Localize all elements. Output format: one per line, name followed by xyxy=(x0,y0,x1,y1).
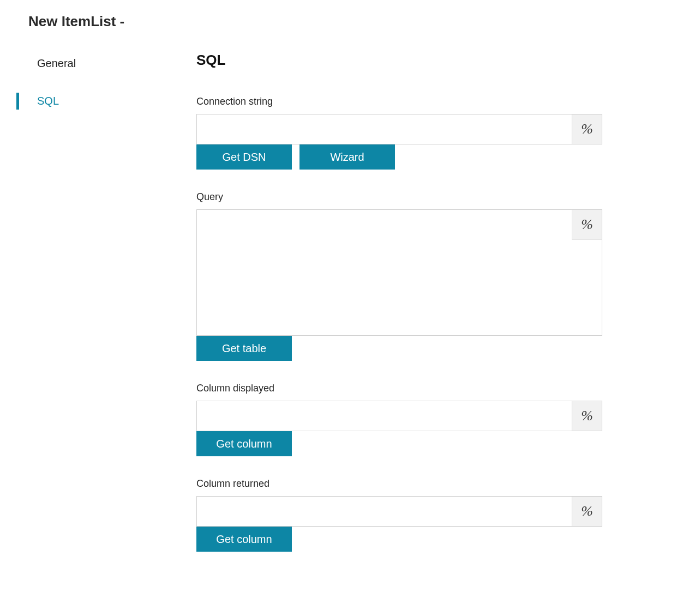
column-returned-label: Column returned xyxy=(196,478,602,490)
sidebar-item-general[interactable]: General xyxy=(16,51,196,76)
percent-icon[interactable]: % xyxy=(572,114,602,144)
section-title: SQL xyxy=(196,52,602,69)
connection-string-input[interactable] xyxy=(196,114,572,144)
sidebar-item-label: General xyxy=(37,57,76,69)
wizard-button[interactable]: Wizard xyxy=(299,144,395,170)
sidebar: General SQL xyxy=(0,51,196,126)
sidebar-item-label: SQL xyxy=(37,95,59,107)
sidebar-item-sql[interactable]: SQL xyxy=(16,88,196,114)
query-label: Query xyxy=(196,191,602,203)
get-column-returned-button[interactable]: Get column xyxy=(196,527,292,552)
percent-icon[interactable]: % xyxy=(572,496,602,527)
get-dsn-button[interactable]: Get DSN xyxy=(196,144,292,170)
query-input[interactable] xyxy=(196,209,602,336)
field-column-displayed: Column displayed % Get column xyxy=(196,383,602,456)
get-column-displayed-button[interactable]: Get column xyxy=(196,431,292,456)
column-returned-input[interactable] xyxy=(196,496,572,527)
connection-string-label: Connection string xyxy=(196,96,602,107)
column-displayed-label: Column displayed xyxy=(196,383,602,394)
percent-icon[interactable]: % xyxy=(572,209,602,240)
percent-icon[interactable]: % xyxy=(572,401,602,431)
get-table-button[interactable]: Get table xyxy=(196,336,292,361)
column-displayed-input[interactable] xyxy=(196,401,572,431)
main-panel: SQL Connection string % Get DSN Wizard Q… xyxy=(196,51,695,567)
field-connection-string: Connection string % Get DSN Wizard xyxy=(196,96,602,170)
field-column-returned: Column returned % Get column xyxy=(196,478,602,552)
page-title: New ItemList - xyxy=(28,13,695,30)
field-query: Query % Get table xyxy=(196,191,602,361)
